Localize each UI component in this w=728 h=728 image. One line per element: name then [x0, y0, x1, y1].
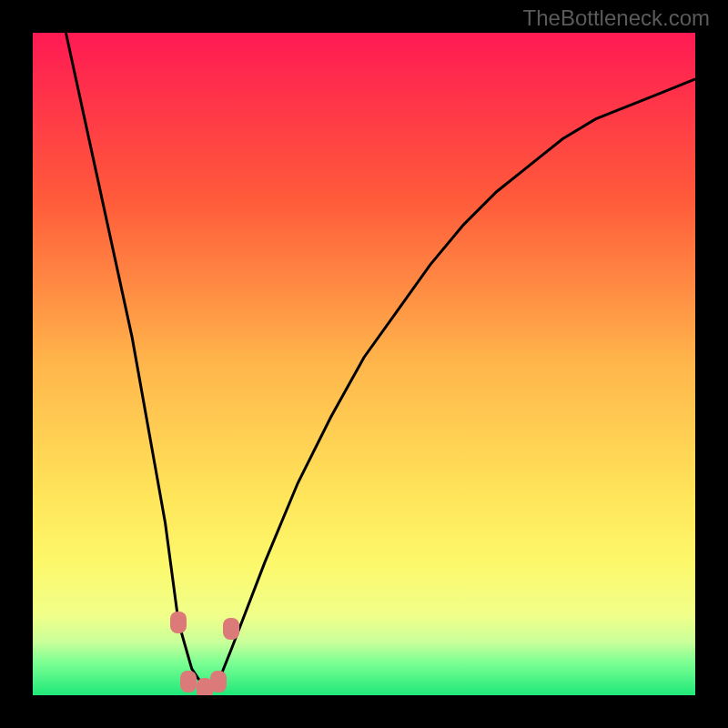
data-marker [180, 671, 197, 693]
data-marker [170, 612, 187, 633]
curve-line [66, 33, 695, 689]
curve-svg [33, 33, 695, 695]
plot-area [33, 33, 695, 695]
watermark-label: TheBottleneck.com [523, 5, 710, 31]
data-marker [210, 671, 227, 693]
data-marker [223, 618, 239, 640]
